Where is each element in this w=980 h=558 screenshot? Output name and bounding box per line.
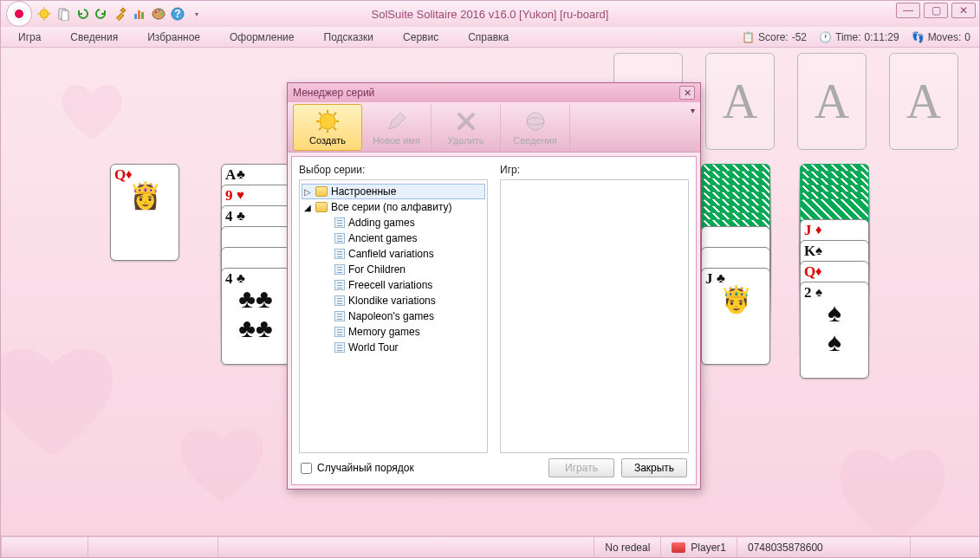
- playing-card[interactable]: Q ♦ 👸: [110, 164, 179, 261]
- collapse-arrow-icon[interactable]: ◢: [303, 203, 312, 212]
- expand-arrow-icon[interactable]: ▷: [303, 187, 312, 197]
- tree-leaf[interactable]: Napoleon's games: [302, 308, 485, 324]
- menu-service[interactable]: Сервис: [394, 29, 447, 45]
- menu-layout[interactable]: Оформление: [221, 29, 302, 45]
- dialog-close-button[interactable]: ✕: [679, 86, 695, 100]
- sun-icon[interactable]: [37, 7, 51, 21]
- titlebar: ? ▾ SolSuite Solitaire 2016 v16.0 [Yukon…: [1, 1, 979, 27]
- card-suit: ♦: [126, 166, 133, 181]
- close-dialog-button[interactable]: Закрыть: [621, 458, 687, 477]
- tree-label: Все серии (по алфавиту): [331, 201, 452, 213]
- tree-leaf[interactable]: World Tour: [302, 340, 485, 355]
- redeal-status: No redeal: [594, 537, 660, 557]
- redo-icon[interactable]: [94, 7, 108, 21]
- moves-icon: 👣: [912, 31, 925, 43]
- bg-heart-icon: [165, 412, 278, 507]
- svg-line-23: [334, 127, 336, 130]
- menu-help[interactable]: Справка: [459, 29, 517, 45]
- games-column: Игр:: [500, 164, 689, 453]
- menu-favorites[interactable]: Избранное: [139, 29, 209, 45]
- menu-hints[interactable]: Подсказки: [315, 29, 383, 45]
- score-group: 📋 Score: -52: [742, 31, 807, 43]
- card-face-art: 👸: [111, 180, 178, 260]
- game-number-status: 0748035878600: [737, 537, 910, 557]
- dialog-footer: Случайный порядок Играть Закрыть: [299, 453, 689, 477]
- score-icon: 📋: [742, 31, 755, 43]
- list-icon: [334, 327, 345, 337]
- tree-leaf[interactable]: Memory games: [302, 324, 485, 340]
- folder-icon: [315, 202, 328, 212]
- folder-icon: [315, 186, 328, 197]
- time-value: 0:11:29: [865, 31, 899, 43]
- svg-text:?: ?: [174, 8, 180, 20]
- svg-line-25: [319, 127, 321, 130]
- game-area: A A A A Q ♦ 👸 A♣ 9♥ 4♣ 4♣♣♣♣♣ J♣🤴: [1, 48, 979, 536]
- playing-card[interactable]: J♣🤴: [701, 268, 770, 365]
- avatar-icon: [672, 542, 685, 553]
- create-label: Создать: [309, 135, 346, 146]
- list-icon: [334, 233, 345, 243]
- qat-dropdown-icon[interactable]: ▾: [190, 7, 204, 21]
- clock-icon: 🕐: [819, 31, 832, 43]
- create-button[interactable]: Создать: [293, 104, 362, 151]
- svg-point-17: [320, 114, 335, 129]
- foundation-slot[interactable]: A: [797, 53, 866, 150]
- info-label: Сведения: [513, 135, 556, 146]
- palette-icon[interactable]: [152, 7, 165, 21]
- series-tree[interactable]: ▷ Настроенные ◢ Все серии (по алфавиту) …: [299, 179, 488, 453]
- list-icon: [334, 311, 345, 321]
- tree-leaf[interactable]: Canfield variations: [302, 246, 485, 262]
- svg-point-14: [161, 13, 164, 16]
- random-order-checkbox[interactable]: Случайный порядок: [301, 462, 414, 474]
- bg-heart-icon: [53, 74, 131, 143]
- bg-heart-icon: [823, 429, 962, 536]
- list-icon: [334, 280, 345, 290]
- svg-rect-8: [134, 14, 137, 19]
- top-status: 📋 Score: -52 🕐 Time: 0:11:29 👣 Moves: 0: [742, 31, 970, 43]
- moves-label: Moves:: [928, 31, 962, 43]
- tree-leaf[interactable]: Freecell variations: [302, 277, 485, 293]
- svg-point-13: [159, 10, 161, 12]
- sun-icon: [315, 109, 340, 133]
- tree-leaf[interactable]: Ancient games: [302, 230, 485, 246]
- playing-card[interactable]: 4♣♣♣♣♣: [221, 268, 290, 365]
- dialog-titlebar[interactable]: Менеджер серий ✕: [288, 83, 700, 102]
- foundation-placeholder: A: [723, 74, 757, 129]
- cards-icon[interactable]: [56, 7, 70, 21]
- minimize-button[interactable]: —: [896, 3, 920, 18]
- svg-rect-6: [62, 10, 68, 21]
- games-list[interactable]: [500, 179, 689, 453]
- playing-card[interactable]: 2♠♠♠: [800, 282, 869, 379]
- tree-leaf[interactable]: Adding games: [302, 215, 485, 230]
- undo-icon[interactable]: [75, 7, 89, 21]
- stats-icon[interactable]: [133, 7, 146, 21]
- score-label: Score:: [758, 31, 789, 43]
- foundation-slot[interactable]: A: [705, 53, 775, 150]
- close-button[interactable]: ✕: [951, 3, 976, 18]
- delete-icon: [454, 109, 478, 133]
- maximize-button[interactable]: ▢: [924, 3, 948, 18]
- list-icon: [334, 264, 345, 275]
- tree-leaf[interactable]: Klondike variations: [302, 293, 485, 308]
- tree-leaf[interactable]: For Children: [302, 262, 485, 277]
- random-checkbox-input[interactable]: [301, 463, 312, 474]
- list-icon: [334, 295, 345, 306]
- delete-button: Удалить: [432, 104, 501, 151]
- menu-info[interactable]: Сведения: [62, 29, 127, 45]
- time-group: 🕐 Time: 0:11:29: [819, 31, 899, 43]
- tools-icon[interactable]: [114, 7, 127, 21]
- list-icon: [334, 249, 345, 259]
- tree-node-all[interactable]: ◢ Все серии (по алфавиту): [302, 199, 485, 215]
- dialog-title: Менеджер серий: [293, 87, 374, 99]
- random-checkbox-label: Случайный порядок: [317, 462, 414, 474]
- foundation-slot[interactable]: A: [889, 53, 958, 150]
- help-icon[interactable]: ?: [171, 7, 185, 21]
- rename-button: Новое имя: [362, 104, 432, 151]
- app-menu-orb[interactable]: [6, 1, 32, 27]
- svg-point-12: [155, 11, 158, 14]
- toolbar-chevron-icon[interactable]: ▾: [691, 106, 695, 115]
- menu-game[interactable]: Игра: [10, 29, 49, 45]
- tree-node-builtin[interactable]: ▷ Настроенные: [302, 184, 485, 199]
- games-label: Игр:: [500, 164, 689, 176]
- series-label: Выбор серии:: [299, 164, 488, 176]
